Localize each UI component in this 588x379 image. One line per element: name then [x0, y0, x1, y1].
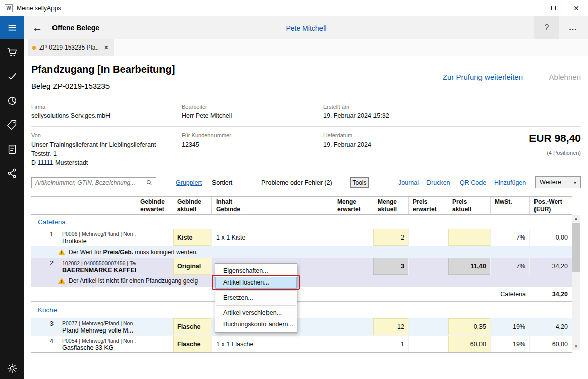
- more-options-button[interactable]: …: [562, 16, 584, 39]
- document-number: Beleg ZP-0219-153235: [31, 82, 110, 90]
- gebinde-erwartet-cell: [136, 258, 173, 275]
- warning-icon: [58, 249, 65, 255]
- lieferdatum-label: Lieferdatum: [323, 132, 352, 138]
- preis-erwartet-cell: [409, 229, 448, 246]
- sortiert-tab[interactable]: Sortiert: [212, 179, 232, 186]
- preis-aktuell-cell[interactable]: 60,00: [448, 336, 491, 352]
- article-code: 102082 | 04005500007456 | Tee |...: [62, 260, 136, 266]
- drucken-link[interactable]: Drucken: [426, 179, 450, 186]
- unsaved-dot-icon: [32, 46, 36, 50]
- menge-aktuell-cell[interactable]: 3: [373, 258, 409, 275]
- warning-icon: [58, 278, 65, 284]
- reject-link[interactable]: Ablehnen: [549, 73, 581, 81]
- menu-separator: [216, 305, 296, 306]
- share-icon[interactable]: [7, 168, 18, 179]
- gebinde-aktuell-cell[interactable]: Kiste: [173, 229, 212, 246]
- inhalt-gebinde-cell: 1 x 1 Kiste: [212, 229, 333, 246]
- scrollbar-thumb[interactable]: [572, 223, 580, 272]
- kundennummer-value: 12345: [182, 141, 199, 148]
- pos-wert-cell: 4,20: [530, 318, 572, 335]
- probleme-filter-tab[interactable]: Probleme oder Fehler (2): [261, 179, 332, 186]
- erstellt-am-label: Erstellt am: [323, 104, 349, 110]
- minimize-button[interactable]: –: [518, 0, 542, 16]
- forward-for-review-link[interactable]: Zur Prüfung weiterleiten: [443, 73, 523, 81]
- tab-bar: ZP-0219-153235 Pfa... ✕: [24, 39, 588, 56]
- scroll-up-icon[interactable]: ▲: [572, 215, 580, 222]
- col-inhalt-gebinde: Inhalt Gebinde: [212, 197, 333, 214]
- preis-erwartet-cell: [409, 318, 448, 335]
- lieferdatum-value: 19. Februar 2024: [323, 141, 371, 148]
- maximize-button[interactable]: [542, 0, 565, 16]
- pie-chart-icon[interactable]: [7, 95, 18, 106]
- close-button[interactable]: ✕: [565, 0, 588, 16]
- search-input[interactable]: [32, 179, 146, 186]
- help-button[interactable]: ?: [534, 16, 559, 39]
- menu-item-buchungskonto-aendern[interactable]: Buchungskonto ändern...: [215, 319, 297, 330]
- warning-text: Der Wert für Preis/Geb. muss korrigiert …: [69, 249, 198, 256]
- article-cell: P0077 | Mehrweg/Pfand | Non ... Pfand Me…: [58, 318, 136, 335]
- preis-aktuell-cell[interactable]: [448, 229, 491, 246]
- menu-item-eigenschaften[interactable]: Eigenschaften...: [215, 265, 297, 277]
- hamburger-menu-button[interactable]: [0, 16, 24, 39]
- article-name: Pfand Mehrweg volle M...: [62, 327, 133, 334]
- pos-wert-cell: 0,00: [530, 229, 572, 246]
- tab-close-icon[interactable]: ✕: [102, 44, 110, 52]
- mwst-cell: 7%: [491, 229, 530, 246]
- menge-aktuell-cell[interactable]: 12: [373, 318, 409, 335]
- preis-aktuell-cell[interactable]: 0,35: [448, 318, 491, 335]
- gebinde-aktuell-cell[interactable]: Original: [173, 258, 212, 275]
- row-number: 1: [31, 229, 58, 246]
- firma-value: sellysolutions Serv.ges.mbH: [31, 112, 110, 119]
- total-amount: EUR 98,40: [529, 132, 581, 145]
- table-row[interactable]: 1 P0006 | Mehrweg/Pfand | Non ... Brotki…: [31, 229, 572, 246]
- article-search-box: [31, 177, 156, 188]
- menge-aktuell-cell[interactable]: 2: [373, 229, 409, 246]
- qr-code-link[interactable]: QR Code: [460, 179, 486, 186]
- gebinde-aktuell-cell[interactable]: Flasche: [173, 318, 212, 335]
- pos-wert-cell: 34,20: [530, 258, 572, 275]
- journal-link[interactable]: Journal: [398, 179, 419, 186]
- weitere-dropdown-button[interactable]: Weitere ▾: [535, 176, 581, 188]
- user-name-link[interactable]: Pete Mitchell: [24, 24, 588, 32]
- von-label: Von: [31, 132, 41, 138]
- bearbeiter-value: Herr Pete Mitchell: [182, 112, 232, 119]
- cart-icon[interactable]: [7, 46, 18, 58]
- menge-erwartet-cell: [333, 318, 373, 335]
- preis-aktuell-cell[interactable]: 11,40: [448, 258, 491, 275]
- gruppiert-tab[interactable]: Gruppiert: [176, 179, 202, 186]
- group-header-cafeteria[interactable]: Cafeteria: [31, 215, 572, 229]
- erstellt-am-value: 19. Februar 2024 15:32: [323, 112, 389, 119]
- gebinde-aktuell-cell[interactable]: Flasche: [173, 336, 212, 352]
- preis-erwartet-cell: [409, 336, 448, 352]
- scroll-down-icon[interactable]: ▼: [572, 343, 580, 350]
- chevron-down-icon: ▾: [574, 180, 576, 185]
- price-tag-icon[interactable]: [7, 119, 18, 130]
- hinzufuegen-link[interactable]: Hinzufügen: [494, 179, 526, 186]
- row-number: 4: [31, 336, 58, 352]
- journal-book-icon[interactable]: [7, 144, 18, 155]
- menu-item-artikel-verschieben[interactable]: Artikel verschieben...: [215, 307, 297, 319]
- article-cell: P0054 | Mehrweg/Pfand | Non ... Gasflasc…: [58, 336, 136, 352]
- menge-aktuell-cell[interactable]: 1: [373, 336, 409, 352]
- table-row[interactable]: 4 P0054 | Mehrweg/Pfand | Non ... Gasfla…: [31, 336, 572, 353]
- search-icon[interactable]: [146, 179, 153, 186]
- gebinde-erwartet-cell: [136, 318, 173, 335]
- table-row-selected[interactable]: 2 102082 | 04005500007456 | Tee |... BAE…: [31, 258, 572, 275]
- document-tab[interactable]: ZP-0219-153235 Pfa... ✕: [28, 39, 114, 56]
- menge-erwartet-cell: [333, 258, 373, 275]
- app-icon: W: [5, 4, 13, 12]
- title-bar: W Meine sellyApps – ✕: [0, 0, 588, 16]
- tools-button[interactable]: Tools: [350, 177, 369, 188]
- table-row[interactable]: 3 P0077 | Mehrweg/Pfand | Non ... Pfand …: [31, 318, 572, 336]
- von-line-1: Unser Trainingslieferant Ihr Lieblingsli…: [31, 141, 156, 148]
- mwst-cell: 19%: [491, 318, 530, 335]
- check-icon[interactable]: [7, 71, 18, 82]
- table-scrollbar[interactable]: ▲ ▼: [572, 215, 580, 350]
- settings-button[interactable]: [7, 363, 18, 374]
- menu-item-artikel-loeschen[interactable]: Artikel löschen...: [215, 277, 297, 289]
- menu-item-ersetzen[interactable]: Ersetzen...: [215, 292, 297, 304]
- group-header-kueche[interactable]: Küche: [31, 302, 572, 318]
- positions-count: (4 Positionen): [547, 150, 581, 156]
- gebinde-erwartet-cell: [136, 229, 173, 246]
- col-article: [58, 197, 136, 214]
